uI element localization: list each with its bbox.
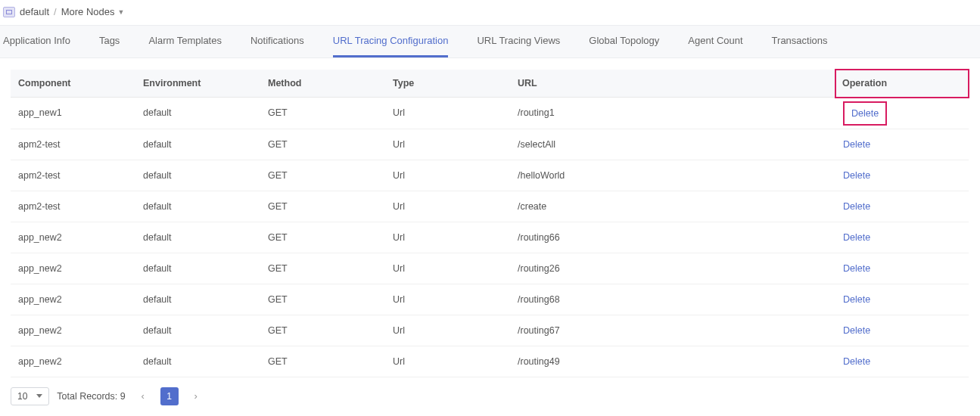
col-header-operation: Operation	[835, 70, 969, 98]
cell-component: apm2-test	[11, 191, 135, 222]
cell-type: Url	[385, 160, 510, 191]
cell-operation: Delete	[835, 222, 969, 253]
delete-link[interactable]: Delete	[843, 294, 870, 305]
next-page-button[interactable]: ›	[186, 387, 206, 406]
delete-link[interactable]: Delete	[843, 101, 887, 126]
cell-operation: Delete	[835, 98, 969, 129]
cell-type: Url	[385, 253, 510, 284]
cell-type: Url	[385, 222, 510, 253]
cell-operation: Delete	[835, 284, 969, 315]
delete-link[interactable]: Delete	[843, 201, 870, 212]
cell-component: app_new2	[11, 253, 135, 284]
cell-url: /helloWorld	[510, 160, 835, 191]
cell-url: /routing26	[510, 253, 835, 284]
col-header-environment: Environment	[135, 70, 260, 98]
cell-method: GET	[260, 129, 385, 160]
cell-url: /selectAll	[510, 129, 835, 160]
url-tracing-table-wrap: Component Environment Method Type URL Op…	[0, 58, 980, 377]
cell-method: GET	[260, 191, 385, 222]
table-row: app_new2defaultGETUrl/routing68Delete	[11, 284, 969, 315]
cell-method: GET	[260, 346, 385, 377]
cell-type: Url	[385, 346, 510, 377]
breadcrumb-root[interactable]: default	[20, 6, 49, 17]
cell-environment: default	[135, 222, 260, 253]
cell-operation: Delete	[835, 191, 969, 222]
page-size-select[interactable]: 10	[11, 387, 49, 405]
col-header-component: Component	[11, 70, 135, 98]
delete-link[interactable]: Delete	[843, 263, 870, 274]
tab-transactions[interactable]: Transactions	[772, 26, 828, 57]
cell-operation: Delete	[835, 315, 969, 346]
chevron-down-icon: ▼	[117, 8, 124, 16]
tab-application-info[interactable]: Application Info	[3, 26, 70, 57]
table-row: apm2-testdefaultGETUrl/createDelete	[11, 191, 969, 222]
cell-environment: default	[135, 129, 260, 160]
delete-link[interactable]: Delete	[843, 325, 870, 336]
cell-url: /create	[510, 191, 835, 222]
more-nodes-dropdown[interactable]: More Nodes ▼	[61, 6, 125, 17]
pagination: 10 Total Records: 9 ‹ 1 ›	[0, 377, 980, 415]
tab-tags[interactable]: Tags	[99, 26, 120, 57]
cell-environment: default	[135, 98, 260, 129]
cell-method: GET	[260, 98, 385, 129]
cell-type: Url	[385, 191, 510, 222]
breadcrumb-separator: /	[54, 6, 57, 17]
cell-method: GET	[260, 222, 385, 253]
cell-operation: Delete	[835, 253, 969, 284]
cell-environment: default	[135, 284, 260, 315]
total-records-label: Total Records: 9	[57, 391, 125, 402]
cell-method: GET	[260, 160, 385, 191]
cell-environment: default	[135, 191, 260, 222]
table-row: app_new2defaultGETUrl/routing49Delete	[11, 346, 969, 377]
cell-url: /routing67	[510, 315, 835, 346]
table-row: app_new2defaultGETUrl/routing67Delete	[11, 315, 969, 346]
cell-operation: Delete	[835, 129, 969, 160]
cell-method: GET	[260, 315, 385, 346]
tab-url-tracing-configuration[interactable]: URL Tracing Configuration	[333, 26, 449, 57]
table-row: apm2-testdefaultGETUrl/selectAllDelete	[11, 129, 969, 160]
cell-environment: default	[135, 346, 260, 377]
cell-component: apm2-test	[11, 129, 135, 160]
cell-component: apm2-test	[11, 160, 135, 191]
cell-url: /routing66	[510, 222, 835, 253]
cell-type: Url	[385, 129, 510, 160]
cell-url: /routing49	[510, 346, 835, 377]
delete-link[interactable]: Delete	[843, 232, 870, 243]
cell-component: app_new2	[11, 284, 135, 315]
table-header-row: Component Environment Method Type URL Op…	[11, 70, 969, 98]
cell-component: app_new1	[11, 98, 135, 129]
cell-component: app_new2	[11, 315, 135, 346]
tab-url-tracing-views[interactable]: URL Tracing Views	[477, 26, 560, 57]
tab-notifications[interactable]: Notifications	[250, 26, 304, 57]
cell-environment: default	[135, 315, 260, 346]
triangle-down-icon	[36, 394, 42, 398]
prev-page-button[interactable]: ‹	[133, 387, 153, 406]
delete-link[interactable]: Delete	[843, 356, 870, 367]
cell-type: Url	[385, 284, 510, 315]
col-header-url: URL	[510, 70, 835, 98]
cell-operation: Delete	[835, 160, 969, 191]
tabs-bar: Application InfoTagsAlarm TemplatesNotif…	[0, 25, 980, 58]
delete-link[interactable]: Delete	[843, 139, 870, 150]
url-tracing-table: Component Environment Method Type URL Op…	[11, 69, 969, 377]
page-number-current[interactable]: 1	[160, 387, 179, 405]
tab-global-topology[interactable]: Global Topology	[589, 26, 659, 57]
more-nodes-label: More Nodes	[61, 6, 115, 17]
tab-alarm-templates[interactable]: Alarm Templates	[148, 26, 222, 57]
breadcrumb: default / More Nodes ▼	[0, 0, 980, 25]
delete-link[interactable]: Delete	[843, 170, 870, 181]
cell-component: app_new2	[11, 346, 135, 377]
cell-url: /routing68	[510, 284, 835, 315]
cell-environment: default	[135, 253, 260, 284]
cell-operation: Delete	[835, 346, 969, 377]
page-size-value: 10	[17, 391, 27, 402]
table-row: app_new1defaultGETUrl/routing1Delete	[11, 98, 969, 129]
cell-method: GET	[260, 284, 385, 315]
cell-type: Url	[385, 315, 510, 346]
table-row: app_new2defaultGETUrl/routing66Delete	[11, 222, 969, 253]
cell-environment: default	[135, 160, 260, 191]
tab-agent-count[interactable]: Agent Count	[688, 26, 742, 57]
cell-component: app_new2	[11, 222, 135, 253]
cell-method: GET	[260, 253, 385, 284]
col-header-type: Type	[385, 70, 510, 98]
